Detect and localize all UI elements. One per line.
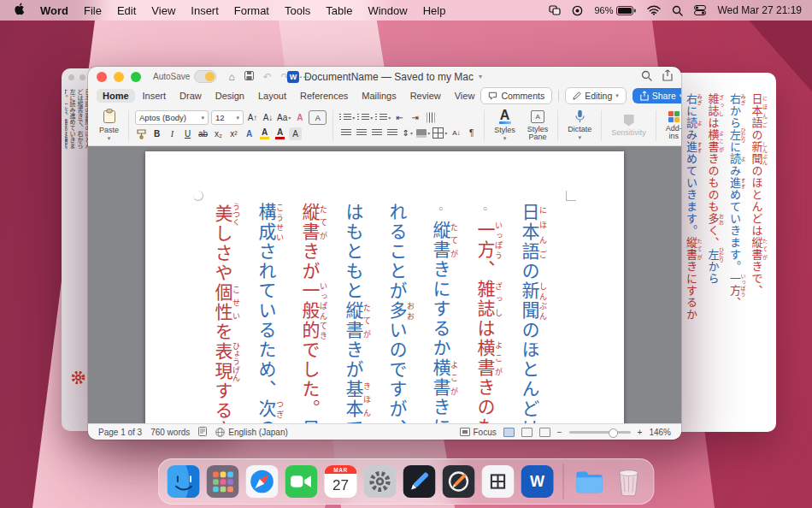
document-text[interactable]: 日本語にほんごの新聞しんぶんのほとんどは縦書たてがき◦一方いっぽう、雑誌ざっしは… [200,203,550,423]
paste-button[interactable]: Paste ▾ [93,109,125,142]
character-border-button[interactable]: A [309,110,327,125]
superscript-button[interactable]: x² [227,127,240,140]
bold-button[interactable]: B [150,127,163,140]
sort-button[interactable]: A↓ [450,127,462,139]
line-spacing-button[interactable]: ⇕▾ [401,127,414,139]
align-center-button[interactable] [355,127,368,139]
tab-draw[interactable]: Draw [174,89,208,103]
shrink-font-button[interactable]: A↓ [262,111,274,124]
numbered-list-button[interactable]: ▾ [357,111,373,124]
close-button[interactable] [97,72,107,82]
show-paragraph-marks-button[interactable]: ¶ [465,127,478,139]
text-direction-button[interactable] [424,111,437,124]
save-icon[interactable] [244,71,254,83]
menu-item-help[interactable]: Help [423,4,446,17]
app-menu-word[interactable]: Word [40,4,68,17]
dock-downloads-folder[interactable] [574,465,606,498]
search-icon[interactable] [641,69,652,85]
battery-indicator[interactable]: 96% [594,5,636,15]
shading-button[interactable]: ▾ [416,127,430,139]
dock-facetime[interactable] [285,465,318,498]
dock-word[interactable]: W [521,465,554,498]
apple-menu-icon[interactable] [14,3,25,18]
bullet-list-button[interactable]: ▾ [339,111,355,124]
zoom-slider[interactable] [569,431,631,434]
dock-design-app[interactable] [403,465,436,498]
focus-button[interactable]: Focus [460,428,497,437]
zoom-button[interactable] [131,72,141,82]
dock-system-settings[interactable] [364,465,397,498]
underline-button[interactable]: U [181,127,194,140]
document-page[interactable]: 日本語にほんごの新聞しんぶんのほとんどは縦書たてがき◦一方いっぽう、雑誌ざっしは… [145,151,624,423]
dock-finder[interactable] [168,465,200,498]
tab-layout[interactable]: Layout [252,89,292,103]
document-title-area[interactable]: W DocumentName — Saved to my Mac ▾ [287,71,482,83]
borders-button[interactable]: ▾ [432,127,447,139]
undo-icon[interactable]: ↶ [263,71,272,83]
italic-button[interactable]: I [166,127,179,140]
autosave-toggle[interactable] [194,70,216,83]
home-icon[interactable]: ⌂ [228,71,234,83]
menu-item-file[interactable]: File [84,4,102,17]
menu-windows-icon[interactable] [549,5,561,15]
tab-references[interactable]: References [294,89,354,103]
dock-drawing-app[interactable] [443,465,475,498]
document-area[interactable]: 日本語にほんごの新聞しんぶんのほとんどは縦書たてがき◦一方いっぽう、雑誌ざっしは… [88,146,681,423]
minimize-button[interactable] [114,72,124,82]
menu-item-view[interactable]: View [151,4,175,17]
tab-home[interactable]: Home [97,89,135,103]
menu-clock[interactable]: Wed Mar 27 21:19 [717,4,802,16]
tab-design[interactable]: Design [209,89,250,103]
autosave-control[interactable]: AutoSave [153,70,216,83]
dictate-button[interactable]: Dictate ▾ [562,109,597,141]
dock-safari[interactable] [246,465,279,498]
zoom-out-button[interactable]: − [557,428,562,437]
word-count[interactable]: 760 words [150,428,190,437]
multilevel-list-button[interactable]: ▾ [375,111,391,124]
zoom-in-button[interactable]: + [638,428,643,437]
font-color-button[interactable]: A [274,127,286,140]
dock-trash[interactable] [613,465,645,498]
change-case-button[interactable]: Aa▾ [277,111,291,124]
share-button[interactable]: Share ▾ [633,88,681,103]
menu-item-table[interactable]: Table [326,4,352,17]
spotlight-search-icon[interactable] [672,5,683,16]
strikethrough-button[interactable]: ab [197,127,209,140]
styles-button[interactable]: A Styles ▾ [488,109,521,142]
tab-mailings[interactable]: Mailings [356,89,402,103]
text-effects-button[interactable]: A [243,127,256,140]
menu-item-insert[interactable]: Insert [191,4,219,17]
align-right-button[interactable] [370,127,383,139]
justify-button[interactable] [385,127,398,139]
format-painter-button[interactable] [135,127,148,140]
increase-indent-button[interactable]: ⇥ [409,111,421,124]
print-layout-view-button[interactable] [503,428,515,437]
wifi-icon[interactable] [647,5,661,15]
tab-review[interactable]: Review [404,89,447,103]
decrease-indent-button[interactable]: ⇤ [393,111,406,124]
language-selector[interactable]: English (Japan) [215,428,287,437]
font-size-select[interactable]: 12▾ [211,110,244,125]
tab-view[interactable]: View [449,89,481,103]
draft-view-button[interactable] [539,428,550,437]
styles-pane-button[interactable]: A Styles Pane [521,110,555,141]
clear-formatting-button[interactable]: A [293,111,306,124]
highlight-button[interactable]: A [258,127,271,140]
tab-insert[interactable]: Insert [137,89,173,103]
menu-item-edit[interactable]: Edit [117,4,136,17]
menu-item-tools[interactable]: Tools [285,4,310,17]
menu-item-format[interactable]: Format [234,4,269,17]
dock-calendar[interactable]: MAR 27 [325,465,357,498]
subscript-button[interactable]: x₂ [212,127,225,140]
font-name-select[interactable]: Aptos (Body)▾ [135,110,209,125]
zoom-level[interactable]: 146% [649,428,671,437]
character-shading-button[interactable]: A [289,127,302,140]
grow-font-button[interactable]: A↑ [246,111,259,124]
control-center-icon[interactable] [694,5,706,15]
comments-button[interactable]: Comments [480,87,552,104]
web-layout-view-button[interactable] [521,428,533,437]
addins-button[interactable]: Add-ins [660,111,681,140]
zoom-slider-thumb[interactable] [609,428,618,438]
menu-item-window[interactable]: Window [368,4,407,17]
dock-launchpad[interactable] [207,465,239,498]
